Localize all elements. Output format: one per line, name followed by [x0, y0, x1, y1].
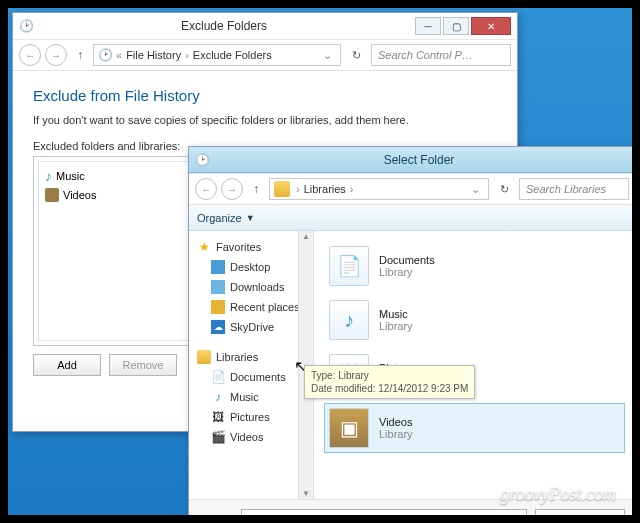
nav-toolbar: ← → ↑ 🕑 « File History › Exclude Folders…	[13, 39, 517, 71]
recent-icon	[211, 300, 225, 314]
page-headline: Exclude from File History	[33, 87, 497, 104]
breadcrumb[interactable]: › Libraries › ⌄	[269, 178, 489, 200]
nav-toolbar: ← → ↑ › Libraries › ⌄ ↻ Search Libraries	[189, 173, 632, 205]
chevron-icon: ›	[294, 183, 302, 195]
library-music[interactable]: ♪ MusicLibrary	[324, 295, 625, 345]
maximize-button[interactable]: ▢	[443, 17, 469, 35]
libraries-icon	[197, 350, 211, 364]
watermark: groovyPost.com	[500, 484, 616, 505]
main-pane: 📄 DocumentsLibrary ♪ MusicLibrary 🖼 Pict…	[314, 231, 632, 499]
breadcrumb-dropdown-icon[interactable]: ⌄	[467, 183, 484, 196]
nav-item-desktop[interactable]: Desktop	[189, 257, 313, 277]
breadcrumb[interactable]: 🕑 « File History › Exclude Folders ⌄	[93, 44, 341, 66]
app-icon: 🕑	[195, 153, 209, 167]
list-item[interactable]: ♪ Music	[43, 166, 203, 186]
titlebar[interactable]: 🕑 Select Folder	[189, 147, 632, 173]
desktop: 🕑 Exclude Folders ─ ▢ ✕ ← → ↑ 🕑 « File H…	[8, 8, 632, 515]
window-title: Exclude Folders	[33, 19, 415, 33]
back-button[interactable]: ←	[195, 178, 217, 200]
refresh-button[interactable]: ↻	[493, 178, 515, 200]
explorer-body: ★Favorites Desktop Downloads Recent plac…	[189, 231, 632, 499]
list-item[interactable]: Videos	[43, 186, 203, 204]
chevron-icon: ›	[183, 49, 191, 61]
app-icon: 🕑	[19, 19, 33, 33]
forward-button[interactable]: →	[221, 178, 243, 200]
nav-item-music[interactable]: ♪Music	[189, 387, 313, 407]
music-icon: ♪	[211, 390, 225, 404]
excluded-list[interactable]: ♪ Music Videos	[38, 161, 208, 341]
titlebar: 🕑 Exclude Folders ─ ▢ ✕	[13, 13, 517, 39]
breadcrumb-dropdown-icon[interactable]: ⌄	[319, 49, 336, 62]
nav-item-videos[interactable]: 🎬Videos	[189, 427, 313, 447]
minimize-button[interactable]: ─	[415, 17, 441, 35]
organize-bar: Organize ▼	[189, 205, 632, 231]
video-icon	[45, 188, 59, 202]
forward-button[interactable]: →	[45, 44, 67, 66]
chevron-icon: «	[114, 49, 124, 61]
search-input[interactable]: Search Libraries	[519, 178, 629, 200]
excluded-list-frame: ♪ Music Videos	[33, 156, 213, 346]
videos-icon: ▣	[329, 408, 369, 448]
page-description: If you don't want to save copies of spec…	[33, 114, 497, 126]
item-label: Music	[56, 170, 85, 182]
libraries-icon	[274, 181, 290, 197]
breadcrumb-item[interactable]: File History	[126, 49, 181, 61]
select-folder-button[interactable]: Select Folder	[535, 509, 625, 516]
chevron-icon: ›	[348, 183, 356, 195]
documents-icon: 📄	[329, 246, 369, 286]
star-icon: ★	[197, 240, 211, 254]
history-icon: 🕑	[98, 48, 112, 62]
library-documents[interactable]: 📄 DocumentsLibrary	[324, 241, 625, 291]
breadcrumb-item[interactable]: Libraries	[304, 183, 346, 195]
nav-item-skydrive[interactable]: ☁SkyDrive	[189, 317, 313, 337]
organize-button[interactable]: Organize	[197, 212, 242, 224]
pictures-icon: 🖼	[211, 410, 225, 424]
back-button[interactable]: ←	[19, 44, 41, 66]
dropdown-icon: ▼	[246, 213, 255, 223]
nav-item-recent[interactable]: Recent places	[189, 297, 313, 317]
select-folder-window: 🕑 Select Folder ← → ↑ › Libraries › ⌄ ↻ …	[188, 146, 632, 515]
tooltip: Type: Library Date modified: 12/14/2012 …	[314, 365, 475, 399]
up-button[interactable]: ↑	[247, 180, 265, 198]
add-button[interactable]: Add	[33, 354, 101, 376]
desktop-icon	[211, 260, 225, 274]
item-label: Videos	[63, 189, 96, 201]
remove-button[interactable]: Remove	[109, 354, 177, 376]
skydrive-icon: ☁	[211, 320, 225, 334]
documents-icon: 📄	[211, 370, 225, 384]
nav-item-downloads[interactable]: Downloads	[189, 277, 313, 297]
music-icon: ♪	[45, 168, 52, 184]
window-title: Select Folder	[209, 153, 629, 167]
folder-input[interactable]	[241, 509, 527, 516]
downloads-icon	[211, 280, 225, 294]
nav-item-pictures[interactable]: 🖼Pictures	[189, 407, 313, 427]
breadcrumb-item[interactable]: Exclude Folders	[193, 49, 272, 61]
up-button[interactable]: ↑	[71, 46, 89, 64]
videos-icon: 🎬	[211, 430, 225, 444]
folder-label: Folder:	[199, 514, 233, 516]
library-videos[interactable]: ▣ VideosLibrary	[324, 403, 625, 453]
nav-favorites[interactable]: ★Favorites	[189, 237, 313, 257]
close-button[interactable]: ✕	[471, 17, 511, 35]
refresh-button[interactable]: ↻	[345, 44, 367, 66]
music-icon: ♪	[329, 300, 369, 340]
search-input[interactable]: Search Control P…	[371, 44, 511, 66]
